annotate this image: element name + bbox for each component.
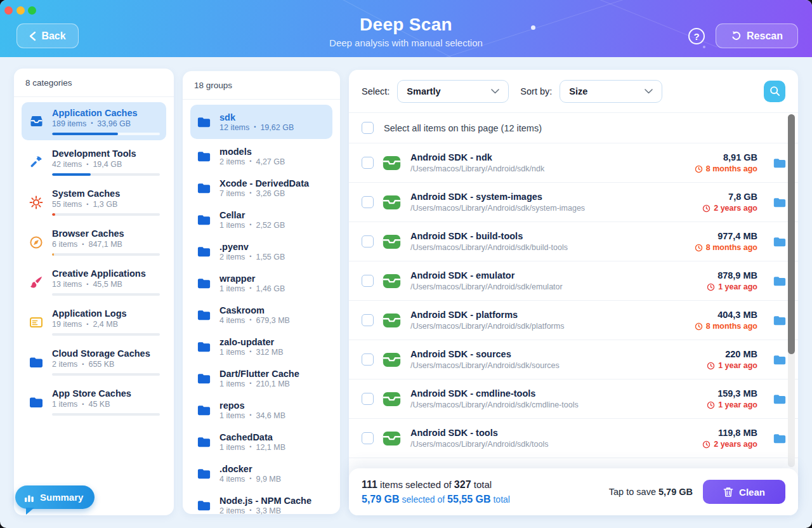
group-body: CachedData 1 items • 12,1 MB [219,432,285,452]
cache-item-row[interactable]: Android SDK - platforms /Users/macos/Lib… [349,300,798,340]
category-item[interactable]: System Caches 55 items • 1,3 GB [22,182,166,222]
rescan-button[interactable]: Rescan [716,23,798,48]
group-item[interactable]: .pyenv 2 items • 1,55 GB [190,235,332,267]
group-item[interactable]: repos 1 items • 34,6 MB [190,394,332,426]
item-age-text: 1 year ago [718,282,757,291]
clean-button[interactable]: Clean [703,480,785,504]
group-item[interactable]: .docker 4 items • 9,9 MB [190,458,332,489]
size-total-text: total [493,494,509,505]
search-button[interactable] [764,81,785,102]
category-name: Creative Applications [52,268,160,279]
clock-icon [707,362,715,370]
reveal-folder-icon[interactable] [773,235,787,249]
reveal-folder-icon[interactable] [773,314,787,327]
traffic-light-zoom[interactable] [28,6,36,15]
folder-icon [197,149,212,164]
selection-summary: 111 items selected of 327 total 5,79 GB … [362,479,609,505]
item-age-text: 2 years ago [714,204,757,213]
row-checkbox[interactable] [362,157,374,169]
bullet-separator: • [249,286,251,291]
cache-box-icon [383,274,402,289]
row-checkbox[interactable] [362,196,374,208]
row-checkbox[interactable] [362,314,374,326]
group-size: 1,55 GB [256,253,285,261]
group-item[interactable]: CachedData 1 items • 12,1 MB [190,426,332,458]
category-item[interactable]: Cloud Storage Caches 2 items • 655 KB [22,342,166,382]
row-checkbox[interactable] [362,393,374,405]
group-item[interactable]: Cellar 1 items • 2,52 GB [190,204,332,235]
cache-item-row[interactable]: Android SDK - build-tools /Users/macos/L… [349,221,798,261]
category-item[interactable]: Application Caches 189 items • 33,96 GB [22,102,166,140]
select-all-checkbox[interactable] [362,122,374,134]
summary-button[interactable]: Summary [15,485,95,509]
category-item[interactable]: Application Logs 19 items • 2,4 MB [22,302,166,342]
item-age-text: 2 years ago [714,440,757,449]
row-checkbox[interactable] [362,353,374,366]
group-size: 9,9 MB [256,475,281,484]
traffic-light-close[interactable] [4,6,13,15]
group-item[interactable]: Node.js - NPM Cache 2 items • 3,3 MB [190,489,332,521]
toolbar: Select: Smartly Sort by: Size [349,70,798,113]
category-count: 13 items [52,280,82,289]
category-size: 655 KB [88,360,114,369]
item-path: /Users/macos/Library/Android/sdk/cmdline… [410,400,698,409]
help-button[interactable]: ? [688,28,705,44]
folder-icon [197,115,212,129]
items-selected-line: 111 items selected of 327 total [362,479,609,491]
group-item[interactable]: Xcode - DerivedData 7 items • 3,26 GB [190,172,332,204]
group-body: Cellar 1 items • 2,52 GB [219,210,285,230]
cache-item-row[interactable]: Android SDK - system-images /Users/macos… [349,182,798,221]
cache-item-row[interactable]: Android SDK - emulator /Users/macos/Libr… [349,261,798,300]
logs-icon [28,315,44,330]
group-name: zalo-updater [219,337,284,347]
row-right: 7,8 GB 2 years ago [702,192,757,213]
reveal-folder-icon[interactable] [773,274,787,288]
category-progress-track [52,213,160,216]
reveal-folder-icon[interactable] [773,156,787,170]
scrollbar-thumb[interactable] [788,114,795,354]
save-prefix: Tap to save [609,487,656,497]
reveal-folder-icon[interactable] [773,353,787,367]
category-item[interactable]: Creative Applications 13 items • 45,5 MB [22,262,166,302]
cache-item-row[interactable]: Android SDK - tools /Users/macos/Library… [349,418,798,458]
category-body: Application Logs 19 items • 2,4 MB [52,308,160,336]
category-body: App Store Caches 1 items • 45 KB [52,388,160,416]
group-item[interactable]: sdk 12 items • 19,62 GB [190,105,332,139]
scrollbar-track[interactable] [788,114,795,467]
cache-item-row[interactable]: Android SDK - ndk /Users/macos/Library/A… [349,143,798,182]
group-item[interactable]: Dart/Flutter Cache 1 items • 210,1 MB [190,362,332,394]
reveal-folder-icon[interactable] [773,432,787,446]
row-right: 119,8 MB 2 years ago [702,428,757,449]
item-title: Android SDK - build-tools [410,231,686,241]
row-text: Android SDK - platforms /Users/macos/Lib… [410,310,686,331]
category-item[interactable]: App Store Caches 1 items • 45 KB [22,382,166,422]
items-total-count: 327 [454,479,471,490]
group-item[interactable]: wrapper 1 items • 1,46 GB [190,267,332,299]
group-item[interactable]: zalo-updater 1 items • 312 MB [190,331,332,362]
group-meta: 2 items • 3,3 MB [219,506,311,515]
category-body: Application Caches 189 items • 33,96 GB [52,108,160,135]
category-item[interactable]: Development Tools 42 items • 19,4 GB [22,142,166,182]
group-meta: 1 items • 2,52 GB [219,221,285,230]
traffic-light-minimize[interactable] [16,6,25,15]
category-name: Development Tools [52,148,160,159]
category-item[interactable]: Browser Caches 6 items • 847,1 MB [22,222,166,262]
cache-item-row[interactable]: Android SDK - sources /Users/macos/Libra… [349,340,798,379]
group-item[interactable]: models 2 items • 4,27 GB [190,140,332,172]
select-mode-dropdown[interactable]: Smartly [397,80,509,103]
row-right: 977,4 MB 8 months ago [695,231,757,252]
sort-dropdown[interactable]: Size [560,80,662,103]
row-checkbox[interactable] [362,235,374,248]
row-checkbox[interactable] [362,432,374,444]
group-body: repos 1 items • 34,6 MB [219,400,285,420]
row-checkbox[interactable] [362,275,374,287]
category-progress-track [52,333,160,336]
category-progress-fill [52,133,118,135]
group-item[interactable]: Caskroom 4 items • 679,3 MB [190,299,332,331]
items-list: Android SDK - ndk /Users/macos/Library/A… [349,143,798,497]
group-size: 2,52 GB [256,221,285,230]
reveal-folder-icon[interactable] [773,195,787,209]
rescan-label: Rescan [747,30,783,42]
cache-item-row[interactable]: Android SDK - cmdline-tools /Users/macos… [349,379,798,418]
reveal-folder-icon[interactable] [773,392,787,406]
